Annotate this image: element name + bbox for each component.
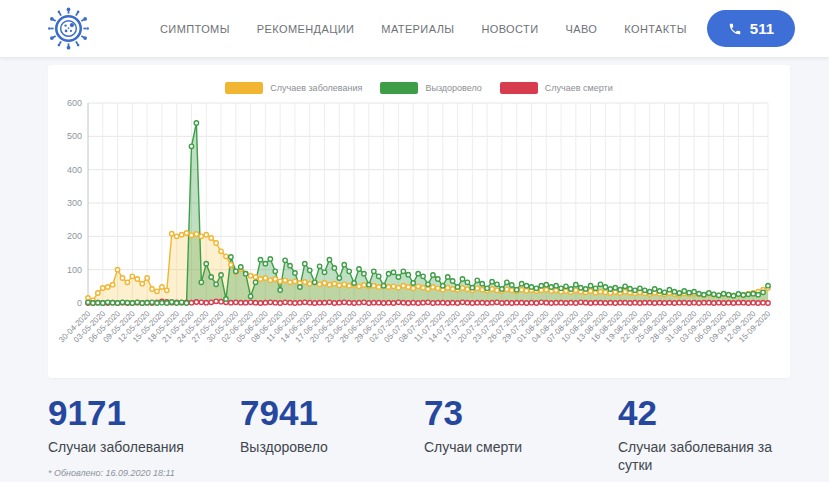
- legend-swatch-icon: [500, 82, 538, 94]
- summary-stats-row: 9171Случаи заболевания7941Выздоровело73С…: [0, 394, 829, 475]
- nav-item-6[interactable]: КОНТАКТЫ: [624, 23, 687, 35]
- phone-number-label: 511: [750, 20, 774, 37]
- stat-value: 42: [618, 394, 829, 433]
- statistics-chart-card: Случаев заболеванияВыздоровелоСлучаев см…: [48, 65, 790, 378]
- stat-value: 9171: [48, 394, 240, 433]
- legend-label: Случаев смерти: [545, 83, 613, 93]
- stat-value: 7941: [240, 394, 424, 433]
- site-logo[interactable]: [45, 5, 92, 52]
- svg-text:500: 500: [67, 131, 82, 141]
- legend-label: Выздоровело: [425, 83, 481, 93]
- covid-daily-line-chart: 010020030040050060030-04-202003-05-20200…: [48, 97, 790, 380]
- legend-item-3[interactable]: Случаев смерти: [500, 82, 613, 94]
- nav-item-4[interactable]: НОВОСТИ: [481, 23, 538, 35]
- stat-card-2: 7941Выздоровело: [240, 394, 424, 475]
- nav-item-5[interactable]: ЧАВО: [565, 23, 597, 35]
- phone-hotline-button[interactable]: 511: [707, 10, 795, 47]
- virus-logo-icon: [45, 5, 92, 52]
- stat-value: 73: [424, 394, 618, 433]
- legend-swatch-icon: [380, 82, 418, 94]
- stat-label: Выздоровело: [240, 438, 412, 457]
- stat-card-3: 73Случаи смерти: [424, 394, 618, 475]
- svg-text:100: 100: [67, 265, 82, 275]
- svg-text:300: 300: [67, 198, 82, 208]
- stat-label: Случаи заболевания: [48, 438, 220, 457]
- legend-swatch-icon: [225, 82, 263, 94]
- updated-timestamp-note: * Обновлено: 16.09.2020 18:11: [48, 468, 175, 478]
- stat-label: Случаи смерти: [424, 438, 596, 457]
- stat-label: Случаи заболевания за сутки: [618, 438, 790, 476]
- legend-label: Случаев заболевания: [270, 83, 362, 93]
- main-navigation: СИМПТОМЫРЕКОМЕНДАЦИИМАТЕРИАЛЫНОВОСТИЧАВО…: [160, 23, 687, 35]
- stat-card-1: 9171Случаи заболевания: [48, 394, 240, 475]
- svg-text:600: 600: [67, 98, 82, 108]
- nav-item-1[interactable]: СИМПТОМЫ: [160, 23, 230, 35]
- top-navbar: СИМПТОМЫРЕКОМЕНДАЦИИМАТЕРИАЛЫНОВОСТИЧАВО…: [0, 0, 829, 57]
- legend-item-2[interactable]: Выздоровело: [380, 82, 481, 94]
- svg-text:0: 0: [77, 298, 82, 308]
- nav-item-3[interactable]: МАТЕРИАЛЫ: [381, 23, 454, 35]
- next-section-edge: [0, 482, 829, 490]
- svg-text:200: 200: [67, 231, 82, 241]
- chart-legend: Случаев заболеванияВыздоровелоСлучаев см…: [48, 65, 790, 97]
- stat-card-4: 42Случаи заболевания за сутки: [618, 394, 829, 475]
- phone-icon: [728, 22, 742, 36]
- svg-text:400: 400: [67, 165, 82, 175]
- legend-item-1[interactable]: Случаев заболевания: [225, 82, 362, 94]
- nav-item-2[interactable]: РЕКОМЕНДАЦИИ: [257, 23, 355, 35]
